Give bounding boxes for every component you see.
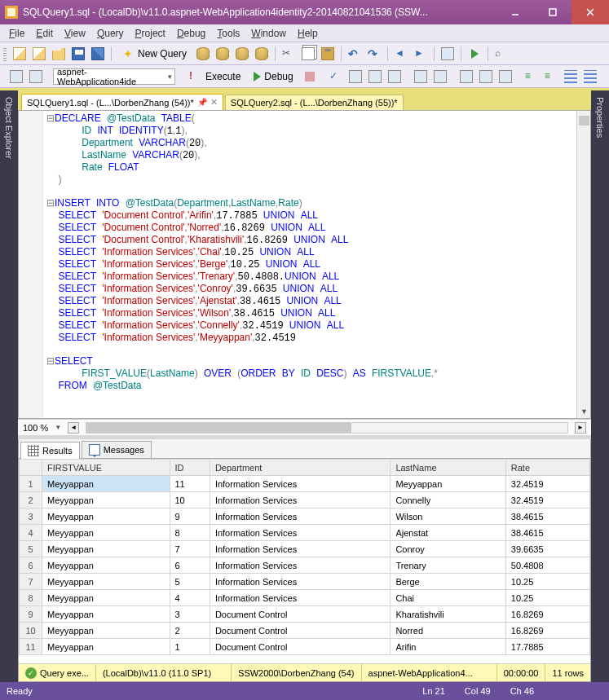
new-project-button[interactable] bbox=[11, 45, 29, 63]
cell[interactable]: Information Services bbox=[210, 476, 391, 492]
copy-button[interactable] bbox=[299, 45, 317, 63]
undo-button[interactable]: ↶ bbox=[346, 45, 364, 63]
pin-icon[interactable]: 📌 bbox=[197, 98, 207, 107]
cell[interactable]: 3 bbox=[170, 606, 210, 623]
table-row[interactable]: 7Meyyappan5Information ServicesBerge10.2… bbox=[20, 574, 590, 590]
cell[interactable]: Meyyappan bbox=[42, 590, 170, 606]
menu-help[interactable]: Help bbox=[292, 26, 324, 41]
column-header[interactable]: FIRSTVALUE bbox=[42, 460, 170, 476]
menu-tools[interactable]: Tools bbox=[211, 26, 245, 41]
close-icon[interactable]: ✕ bbox=[210, 97, 218, 108]
table-row[interactable]: 3Meyyappan9Information ServicesWilson38.… bbox=[20, 508, 590, 525]
cell[interactable]: 9 bbox=[170, 508, 210, 525]
parse-button[interactable]: ✓ bbox=[327, 68, 345, 86]
cell[interactable]: Information Services bbox=[210, 590, 391, 606]
cell[interactable]: 38.4615 bbox=[505, 508, 589, 525]
cell[interactable]: Meyyappan bbox=[42, 623, 170, 639]
results-grid[interactable]: FIRSTVALUEIDDepartmentLastNameRate1Meyya… bbox=[19, 459, 590, 663]
find-combo-button[interactable]: ⌕ bbox=[492, 45, 510, 63]
row-number[interactable]: 9 bbox=[20, 606, 42, 623]
table-row[interactable]: 9Meyyappan3Document ControlKharatishvili… bbox=[20, 606, 590, 623]
cell[interactable]: Meyyappan bbox=[42, 574, 170, 590]
cell[interactable]: Wilson bbox=[391, 508, 505, 525]
cell[interactable]: Arifin bbox=[391, 639, 505, 655]
horizontal-scrollbar[interactable] bbox=[86, 422, 568, 434]
tab-sqlquery2[interactable]: SQLQuery2.sql - (L...\DorbenZhang (55))* bbox=[225, 95, 404, 110]
cell[interactable]: 17.7885 bbox=[505, 639, 589, 655]
include-plan-button[interactable] bbox=[412, 68, 430, 86]
vertical-scrollbar[interactable]: ▲ ▼ bbox=[576, 111, 590, 418]
estimated-plan-button[interactable] bbox=[346, 68, 364, 86]
maximize-button[interactable] bbox=[534, 0, 571, 24]
cell[interactable]: Information Services bbox=[210, 557, 391, 574]
cell[interactable]: Document Control bbox=[210, 623, 391, 639]
row-number[interactable]: 4 bbox=[20, 525, 42, 541]
change-connection-button[interactable] bbox=[27, 68, 45, 86]
connect-button[interactable] bbox=[7, 68, 25, 86]
cell[interactable]: Meyyappan bbox=[42, 639, 170, 655]
cell[interactable]: 2 bbox=[170, 623, 210, 639]
cell[interactable]: 32.4519 bbox=[505, 476, 589, 492]
scroll-right-icon[interactable]: ► bbox=[575, 422, 586, 434]
cell[interactable]: 39.6635 bbox=[505, 541, 589, 557]
menu-edit[interactable]: Edit bbox=[30, 26, 59, 41]
tab-sqlquery1[interactable]: SQLQuery1.sql - (L...\DorbenZhang (54))*… bbox=[21, 94, 223, 110]
cut-button[interactable]: ✂ bbox=[280, 45, 298, 63]
debug-button[interactable]: Debug bbox=[248, 68, 298, 86]
row-number[interactable]: 5 bbox=[20, 541, 42, 557]
results-file-button[interactable] bbox=[496, 68, 514, 86]
table-row[interactable]: 10Meyyappan2Document ControlNorred16.826… bbox=[20, 623, 590, 639]
cell[interactable]: Chai bbox=[391, 590, 505, 606]
cell[interactable]: 4 bbox=[170, 590, 210, 606]
cell[interactable]: Kharatishvili bbox=[391, 606, 505, 623]
cancel-query-button[interactable] bbox=[301, 68, 319, 86]
cell[interactable]: 16.8269 bbox=[505, 623, 589, 639]
cell[interactable]: 11 bbox=[170, 476, 210, 492]
cell[interactable]: Meyyappan bbox=[42, 541, 170, 557]
cell[interactable]: 10.25 bbox=[505, 574, 589, 590]
sql-editor[interactable]: ⊟DECLARE @TestData TABLE( ID INT IDENTIT… bbox=[18, 110, 591, 419]
row-header-corner[interactable] bbox=[20, 460, 42, 476]
menu-window[interactable]: Window bbox=[245, 26, 292, 41]
column-header[interactable]: Rate bbox=[505, 460, 589, 476]
database-combo[interactable]: aspnet-WebApplication4ide bbox=[53, 68, 175, 85]
column-header[interactable]: LastName bbox=[391, 460, 505, 476]
tab-results[interactable]: Results bbox=[20, 442, 80, 459]
db-engine-query-button[interactable] bbox=[194, 45, 212, 63]
start-button[interactable] bbox=[466, 45, 483, 63]
chevron-down-icon[interactable]: ▼ bbox=[55, 424, 61, 431]
analysis-query-button[interactable] bbox=[214, 45, 232, 63]
open-button[interactable] bbox=[50, 45, 68, 63]
object-explorer-tab[interactable]: Object Explorer bbox=[0, 90, 18, 682]
menu-view[interactable]: View bbox=[59, 26, 91, 41]
row-number[interactable]: 1 bbox=[20, 476, 42, 492]
cell[interactable]: Information Services bbox=[210, 541, 391, 557]
table-row[interactable]: 1Meyyappan11Information ServicesMeyyappa… bbox=[20, 476, 590, 492]
cell[interactable]: Berge bbox=[391, 574, 505, 590]
add-button[interactable] bbox=[30, 45, 48, 63]
activity-button[interactable] bbox=[439, 45, 457, 63]
cell[interactable]: 32.4519 bbox=[505, 492, 589, 508]
cell[interactable]: Meyyappan bbox=[42, 557, 170, 574]
decrease-indent-button[interactable] bbox=[562, 68, 580, 86]
redo-button[interactable]: ↷ bbox=[365, 45, 383, 63]
results-grid-button[interactable] bbox=[477, 68, 495, 86]
cell[interactable]: Meyyappan bbox=[391, 476, 505, 492]
cell[interactable]: 1 bbox=[170, 639, 210, 655]
results-text-button[interactable] bbox=[457, 68, 475, 86]
row-number[interactable]: 8 bbox=[20, 590, 42, 606]
mdx-query-button[interactable] bbox=[233, 45, 251, 63]
cell[interactable]: 5 bbox=[170, 574, 210, 590]
cell[interactable]: 6 bbox=[170, 557, 210, 574]
menu-debug[interactable]: Debug bbox=[171, 26, 211, 41]
row-number[interactable]: 3 bbox=[20, 508, 42, 525]
zoom-level[interactable]: 100 % bbox=[23, 423, 48, 433]
table-row[interactable]: 4Meyyappan8Information ServicesAjenstat3… bbox=[20, 525, 590, 541]
cell[interactable]: Meyyappan bbox=[42, 525, 170, 541]
cell[interactable]: Information Services bbox=[210, 492, 391, 508]
table-row[interactable]: 5Meyyappan7Information ServicesConroy39.… bbox=[20, 541, 590, 557]
cell[interactable]: Information Services bbox=[210, 574, 391, 590]
cell[interactable]: Meyyappan bbox=[42, 492, 170, 508]
execute-button[interactable]: ! Execute bbox=[183, 68, 246, 86]
menu-project[interactable]: Project bbox=[130, 26, 171, 41]
